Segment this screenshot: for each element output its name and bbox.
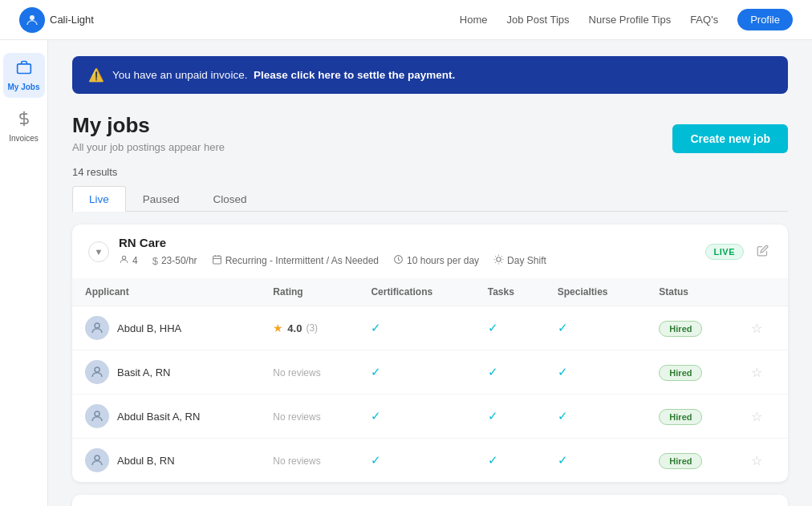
applicant-cell[interactable]: Abdul B, RN [72,439,260,483]
check-icon: ✓ [488,321,498,334]
sidebar-invoices-label: Invoices [9,134,39,143]
job-card-rn-care-provider: ▶ RN Care Provider Needed 4 $ 30-50/hr [72,495,788,506]
favorite-icon[interactable]: ☆ [751,454,762,468]
certifications-cell: ✓ [358,350,474,395]
avatar [85,448,109,472]
rating-cell: No reviews [260,395,358,439]
favorite-cell[interactable]: ☆ [738,439,788,483]
job-edit-button[interactable] [753,241,772,262]
check-icon: ✓ [371,453,381,467]
svg-rect-1 [17,64,30,74]
status-cell: Hired [646,350,738,395]
check-icon: ✓ [371,409,381,423]
no-reviews-text: No reviews [273,367,320,378]
certifications-cell: ✓ [358,395,474,439]
rating-value: 4.0 [287,322,302,334]
tasks-cell: ✓ [475,439,545,483]
svg-point-4 [122,256,125,259]
table-header-row: Applicant Rating Certifications Tasks Sp… [72,278,788,306]
job-card-header-2: ▶ RN Care Provider Needed 4 $ 30-50/hr [72,495,788,506]
col-rating: Rating [260,278,358,306]
check-icon: ✓ [371,365,381,378]
svg-point-20 [95,367,99,372]
certifications-cell: ✓ [358,439,474,483]
favorite-cell[interactable]: ☆ [738,350,788,395]
person-icon [119,254,129,267]
live-status-badge: LIVE [705,244,744,260]
tab-closed[interactable]: Closed [197,186,264,212]
results-count: 14 results [72,166,788,178]
main-content: ⚠️ You have an unpaid invoice. Please cl… [48,40,812,506]
nav-nurse-profile-tips[interactable]: Nurse Profile Tips [589,14,672,26]
tab-paused[interactable]: Paused [126,186,197,212]
favorite-icon[interactable]: ☆ [751,410,762,423]
applicant-name: Abdul B, HHA [117,322,181,334]
status-cell: Hired [646,439,738,483]
nav-home[interactable]: Home [460,14,488,26]
favorite-icon[interactable]: ☆ [751,322,762,335]
favorite-cell[interactable]: ☆ [738,306,788,350]
svg-rect-5 [213,256,221,264]
top-navigation: Cali-Light Home Job Post Tips Nurse Prof… [0,0,812,40]
svg-point-22 [95,455,99,460]
table-row: Basit A, RN No reviews✓✓✓Hired☆ [72,350,788,395]
job-expand-button[interactable]: ▼ [88,241,109,262]
rating-cell: No reviews [260,439,358,483]
applicant-name: Abdul Basit A, RN [117,411,200,423]
create-new-job-button[interactable]: Create new job [672,124,788,153]
job-name: RN Care [119,236,696,249]
check-icon: ✓ [558,453,568,467]
table-row: Abdul B, HHA ★ 4.0 (3) ✓✓✓Hired☆ [72,306,788,350]
job-meta-workers: 4 [119,254,138,267]
page-title-block: My jobs All your job postings appear her… [72,113,225,153]
sidebar: My Jobs Invoices [0,40,48,506]
hired-badge: Hired [659,321,702,337]
applicant-cell[interactable]: Basit A, RN [72,350,260,395]
job-meta-schedule: Recurring - Intermittent / As Needed [212,254,379,267]
svg-point-10 [497,257,501,261]
tasks-cell: ✓ [475,350,545,395]
specialties-cell: ✓ [545,439,647,483]
applicant-name: Abdul B, RN [117,455,175,467]
col-tasks: Tasks [475,278,545,306]
svg-point-0 [30,15,35,20]
col-applicant: Applicant [72,278,260,306]
job-meta: 4 $ 23-50/hr Recurring - Intermittent / … [119,254,696,267]
job-meta-hours: 10 hours per day [393,254,479,267]
nav-links: Home Job Post Tips Nurse Profile Tips FA… [460,9,793,30]
sidebar-item-invoices[interactable]: Invoices [3,104,45,149]
tab-live[interactable]: Live [72,186,126,212]
sidebar-item-my-jobs[interactable]: My Jobs [3,53,45,98]
nav-profile[interactable]: Profile [737,9,793,30]
check-icon: ✓ [488,365,498,378]
page-subtitle: All your job postings appear here [72,141,225,153]
briefcase-icon [16,59,32,79]
star-icon: ★ [273,322,283,334]
job-card-rn-care: ▼ RN Care 4 $ 23-50/hr [72,225,788,482]
favorite-cell[interactable]: ☆ [738,395,788,439]
specialties-cell: ✓ [545,350,647,395]
favorite-icon[interactable]: ☆ [751,366,762,379]
specialties-cell: ✓ [545,306,647,350]
clock-icon [393,254,404,267]
svg-line-13 [495,256,496,257]
alert-banner[interactable]: ⚠️ You have an unpaid invoice. Please cl… [72,56,788,94]
nav-job-post-tips[interactable]: Job Post Tips [507,14,570,26]
nav-faqs[interactable]: FAQ's [690,14,718,26]
svg-line-18 [501,256,502,257]
warning-icon: ⚠️ [88,67,104,83]
applicant-cell[interactable]: Abdul B, HHA [72,306,260,350]
no-reviews-text: No reviews [273,455,320,467]
sun-icon [493,254,504,267]
page-header: My jobs All your job postings appear her… [72,113,788,153]
job-meta-rate: $ 23-50/hr [152,255,197,267]
check-icon: ✓ [558,321,568,334]
applicant-cell[interactable]: Abdul Basit A, RN [72,395,260,439]
calendar-icon [212,254,222,267]
check-icon: ✓ [488,409,498,423]
job-info: RN Care 4 $ 23-50/hr [119,236,696,267]
avatar [85,316,109,340]
applicants-table: Applicant Rating Certifications Tasks Sp… [72,278,788,482]
check-icon: ✓ [371,321,381,334]
certifications-cell: ✓ [358,306,474,350]
